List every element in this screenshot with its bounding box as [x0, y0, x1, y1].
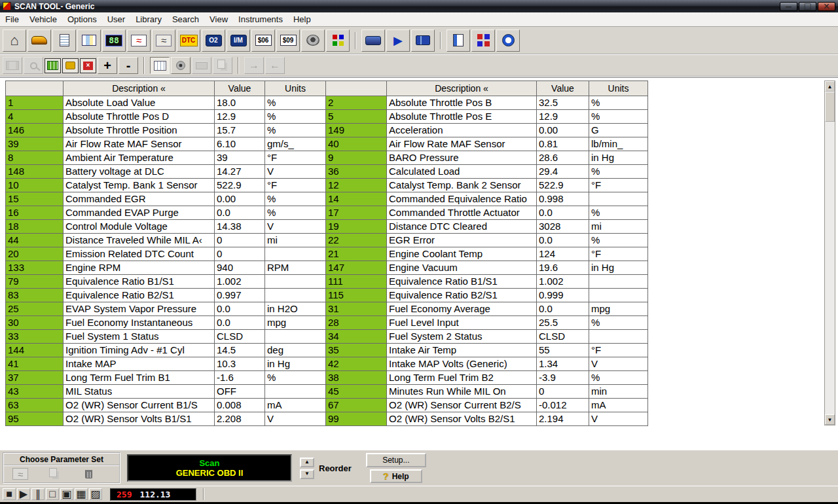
param-id-cell[interactable]: 83	[6, 289, 64, 302]
table-row[interactable]: 33Fuel System 1 StatusCLSD34Fuel System …	[6, 330, 648, 344]
param-desc-cell[interactable]: O2 (WR) Sensor Volts B2/S1	[387, 412, 537, 426]
params-graph-button[interactable]: ≈	[12, 468, 29, 480]
table-row[interactable]: 15Commanded EGR0.00%14Commanded Equivale…	[6, 192, 648, 206]
grid-view-button[interactable]	[45, 58, 61, 73]
close-button[interactable]: ×	[818, 2, 835, 11]
param-id-cell[interactable]: 95	[6, 412, 64, 426]
reorder-up-button[interactable]: ▲	[300, 458, 314, 467]
param-id-cell[interactable]: 148	[6, 165, 64, 179]
param-units-cell[interactable]	[589, 192, 648, 206]
param-units-cell[interactable]: deg	[265, 344, 326, 357]
playback-button[interactable]: ▶	[386, 29, 410, 52]
param-id-cell[interactable]: 79	[6, 275, 64, 289]
param-id-cell[interactable]: 42	[326, 357, 387, 371]
param-id-cell[interactable]: 39	[6, 137, 64, 151]
record-button[interactable]: ▣	[60, 488, 73, 500]
table-row[interactable]: 4Absolute Throttle Pos D12.9%5Absolute T…	[6, 110, 648, 124]
param-units-cell[interactable]	[589, 275, 648, 289]
report-button[interactable]	[52, 29, 76, 52]
table-row[interactable]: 144Ignition Timing Adv - #1 Cyl14.5deg35…	[6, 344, 648, 357]
param-units-cell[interactable]: in H2O	[265, 302, 326, 316]
param-id-cell[interactable]: 133	[6, 261, 64, 275]
param-value-cell[interactable]: 0.81	[537, 137, 589, 151]
param-units-cell[interactable]: %	[265, 110, 326, 124]
param-units-cell[interactable]: V	[265, 220, 326, 234]
o2-monitor-button[interactable]: O2	[202, 29, 225, 52]
scroll-down-button[interactable]: ▼	[825, 414, 835, 425]
table-row[interactable]: 44Distance Traveled While MIL A‹0mi22EGR…	[6, 234, 648, 247]
param-id-cell[interactable]: 28	[326, 316, 387, 330]
param-value-cell[interactable]: 0	[215, 247, 265, 261]
param-id-cell[interactable]: 10	[6, 179, 64, 192]
column-header[interactable]	[326, 81, 387, 96]
param-desc-cell[interactable]: O2 (WR) Sensor Current B1/S	[64, 399, 215, 412]
spreadsheet-view-button[interactable]	[150, 57, 170, 74]
scope-button[interactable]: ≈	[152, 29, 175, 52]
vehicle-button[interactable]	[27, 29, 51, 52]
param-value-cell[interactable]: 0	[215, 234, 265, 247]
table-row[interactable]: 10Catalyst Temp. Bank 1 Sensor522.9°F12C…	[6, 179, 648, 192]
menu-item-help[interactable]: Help	[288, 13, 316, 26]
param-units-cell[interactable]	[265, 289, 326, 302]
param-desc-cell[interactable]: Intake MAP	[64, 357, 215, 371]
scrollbar-track[interactable]	[825, 92, 835, 414]
param-desc-cell[interactable]: Absolute Load Value	[64, 96, 215, 110]
param-value-cell[interactable]: 940	[215, 261, 265, 275]
menu-item-library[interactable]: Library	[130, 13, 167, 26]
param-units-cell[interactable]: in Hg	[589, 261, 648, 275]
param-desc-cell[interactable]: Intake Air Temp	[387, 344, 537, 357]
param-value-cell[interactable]: 522.9	[537, 179, 589, 192]
param-value-cell[interactable]: 0.00	[215, 192, 265, 206]
play-button[interactable]: ▶	[17, 488, 30, 500]
data-table-button[interactable]	[77, 29, 101, 52]
param-units-cell[interactable]: mpg	[589, 302, 648, 316]
param-id-cell[interactable]: 12	[326, 179, 387, 192]
send-data-button[interactable]: →	[244, 57, 264, 74]
param-desc-cell[interactable]: Intake MAP Volts (Generic)	[387, 357, 537, 371]
param-desc-cell[interactable]: Long Term Fuel Trim B1	[64, 371, 215, 385]
table-row[interactable]: 16Commanded EVAP Purge0.0%17Commanded Th…	[6, 206, 648, 220]
param-desc-cell[interactable]: Fuel System 2 Status	[387, 330, 537, 344]
param-value-cell[interactable]: 14.38	[215, 220, 265, 234]
param-id-cell[interactable]: 14	[326, 192, 387, 206]
table-row[interactable]: 43MIL StatusOFF45Minutes Run While MIL O…	[6, 385, 648, 399]
param-value-cell[interactable]: 0.998	[537, 192, 589, 206]
menu-item-file[interactable]: File	[0, 13, 24, 26]
param-desc-cell[interactable]: Absolute Throttle Pos E	[387, 110, 537, 124]
param-units-cell[interactable]: %	[589, 371, 648, 385]
param-id-cell[interactable]: 20	[6, 247, 64, 261]
param-id-cell[interactable]: 36	[326, 165, 387, 179]
param-desc-cell[interactable]: Control Module Voltage	[64, 220, 215, 234]
param-value-cell[interactable]: 29.4	[537, 165, 589, 179]
param-id-cell[interactable]: 17	[326, 206, 387, 220]
param-desc-cell[interactable]: EVAP System Vapor Pressure	[64, 302, 215, 316]
param-desc-cell[interactable]: O2 (WR) Sensor Volts B1/S1	[64, 412, 215, 426]
im-monitor-button[interactable]: I/M	[227, 29, 250, 52]
copy-button[interactable]	[213, 57, 232, 74]
param-id-cell[interactable]: 5	[326, 110, 387, 124]
param-desc-cell[interactable]: Acceleration	[387, 124, 537, 137]
param-desc-cell[interactable]: Absolute Throttle Position	[64, 124, 215, 137]
param-units-cell[interactable]: min	[589, 385, 648, 399]
table-row[interactable]: 148Battery voltage at DLC14.27V36Calcula…	[6, 165, 648, 179]
param-units-cell[interactable]	[265, 330, 326, 344]
column-header[interactable]: Description «	[387, 81, 537, 96]
param-desc-cell[interactable]: Calculated Load	[387, 165, 537, 179]
param-units-cell[interactable]: °F	[265, 151, 326, 165]
mode-09-button[interactable]: $09	[276, 29, 300, 52]
param-desc-cell[interactable]: Minutes Run While MIL On	[387, 385, 537, 399]
param-desc-cell[interactable]: Commanded Equivalence Ratio	[387, 192, 537, 206]
record-session-button[interactable]	[3, 57, 22, 74]
param-units-cell[interactable]: mi	[589, 220, 648, 234]
column-header[interactable]: Description «	[64, 81, 215, 96]
param-id-cell[interactable]: 111	[326, 275, 387, 289]
param-units-cell[interactable]: mpg	[265, 316, 326, 330]
param-desc-cell[interactable]: Commanded EVAP Purge	[64, 206, 215, 220]
param-units-cell[interactable]	[265, 385, 326, 399]
param-id-cell[interactable]: 2	[326, 96, 387, 110]
param-desc-cell[interactable]: Catalyst Temp. Bank 1 Sensor	[64, 179, 215, 192]
column-header[interactable]: Value	[215, 81, 265, 96]
param-value-cell[interactable]: 12.9	[537, 110, 589, 124]
param-desc-cell[interactable]: Emission Related DTC Count	[64, 247, 215, 261]
param-value-cell[interactable]: 6.10	[215, 137, 265, 151]
